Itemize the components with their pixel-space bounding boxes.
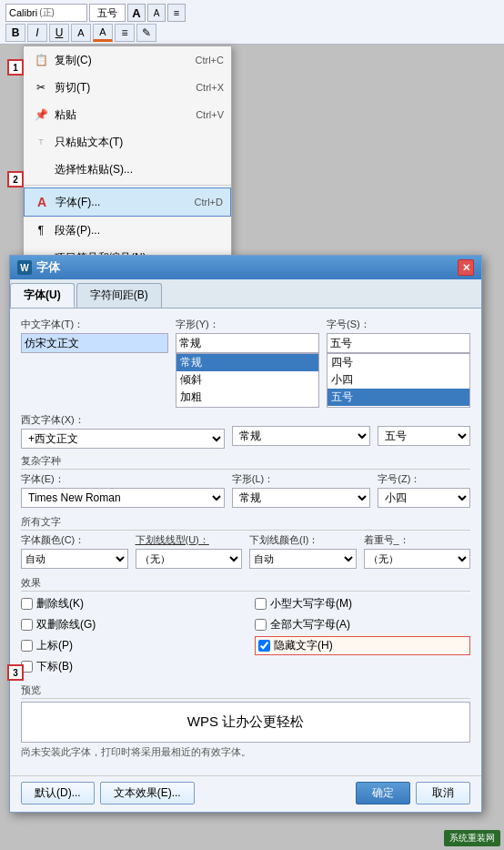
size-list[interactable]: 四号 小四 五号 — [327, 353, 470, 408]
bold-btn[interactable]: B — [5, 24, 25, 42]
menu-font-label: 字体(F)... — [55, 195, 186, 210]
copy-icon: 📋 — [31, 51, 51, 69]
effect-hidden: 隐藏文字(H) — [255, 636, 470, 655]
style-option-bold[interactable]: 加粗 — [176, 389, 318, 406]
west-style-spacer — [232, 413, 371, 424]
underline-color-select[interactable]: 自动 — [249, 549, 357, 569]
superscript-label: 上标(P) — [36, 638, 73, 653]
all-chars-section: 所有文字 字体颜色(C)： 自动 下划线线型(U)： （无） 下划线颜色(I)： — [21, 515, 470, 569]
ok-btn[interactable]: 确定 — [356, 782, 410, 804]
italic-btn[interactable]: I — [27, 24, 47, 42]
hidden-checkbox[interactable] — [258, 640, 270, 652]
west-font-select[interactable]: +西文正文 — [21, 429, 225, 449]
double-strike-checkbox[interactable] — [21, 619, 33, 631]
font-row-2: 西文字体(X)： +西文正文 常规 五号 — [21, 413, 470, 449]
dialog-titlebar: W 字体 ✕ — [10, 256, 481, 279]
font-dialog: W 字体 ✕ 字体(U) 字符间距(B) 中文字体(T)： 字形(Y)： 常规 — [9, 255, 482, 813]
menu-divider-1 — [24, 185, 231, 186]
style-col: 字形(Y)： 常规 倾斜 加粗 — [176, 318, 319, 408]
font-size-box[interactable]: 五号 — [89, 4, 126, 22]
menu-item-cut[interactable]: ✂ 剪切(T) Ctrl+X — [24, 74, 231, 101]
menu-item-paste-text[interactable]: T 只粘贴文本(T) — [24, 128, 231, 156]
menu-paste-label: 粘贴 — [55, 107, 186, 123]
all-caps-label: 全部大写字母(A) — [270, 617, 350, 632]
font-name-box[interactable]: Calibri (正) — [5, 4, 87, 22]
all-chars-label: 所有文字 — [21, 515, 470, 531]
west-size-select[interactable]: 五号 — [378, 426, 470, 446]
menu-item-font[interactable]: A 字体(F)... Ctrl+D — [24, 187, 231, 217]
font-color-btn[interactable]: A — [93, 24, 113, 42]
small-caps-label: 小型大写字母(M) — [270, 596, 352, 612]
menu-item-copy[interactable]: 📋 复制(C) Ctrl+C — [24, 46, 231, 74]
clear-format-btn[interactable]: ✎ — [136, 24, 156, 42]
mixed-font-select[interactable]: Times New Roman — [21, 488, 225, 508]
tab-font[interactable]: 字体(U) — [10, 283, 75, 308]
effect-superscript: 上标(P) — [21, 636, 237, 655]
zh-font-input[interactable] — [21, 333, 168, 353]
dialog-close-btn[interactable]: ✕ — [458, 259, 474, 276]
selective-paste-icon — [31, 160, 51, 178]
strikethrough-checkbox[interactable] — [21, 598, 33, 610]
superscript-checkbox[interactable] — [21, 640, 33, 652]
font-shrink-btn[interactable]: A — [147, 4, 166, 22]
toolbar: Calibri (正) 五号 A A ≡ B I U A A ≡ ✎ — [0, 0, 504, 45]
align-btn[interactable]: ≡ — [115, 24, 135, 42]
effects-label: 效果 — [21, 576, 470, 592]
color-select[interactable]: 自动 — [21, 549, 128, 569]
font-size-label: 五号 — [97, 6, 117, 20]
style-list[interactable]: 常规 倾斜 加粗 — [176, 353, 319, 408]
underline-type-col: 下划线线型(U)： （无） — [136, 533, 243, 569]
preview-section: 预览 WPS 让办公更轻松 尚未安装此字体，打印时将采用最相近的有效字体。 — [21, 683, 470, 759]
size-option-4[interactable]: 四号 — [328, 354, 469, 371]
mixed-style-select[interactable]: 常规 — [232, 488, 371, 508]
mixed-font-col: 字体(E)： Times New Roman — [21, 472, 225, 508]
menu-item-paste[interactable]: 📌 粘贴 Ctrl+V — [24, 101, 231, 128]
cancel-btn[interactable]: 取消 — [416, 782, 470, 804]
badge-2: 2 — [7, 171, 24, 187]
underline-btn[interactable]: U — [49, 24, 69, 42]
mixed-font-label: 字体(E)： — [21, 472, 225, 486]
menu-paragraph-label: 段落(P)... — [55, 223, 224, 238]
style-label: 字形(Y)： — [176, 318, 319, 331]
west-size-spacer — [378, 413, 470, 424]
watermark: 系统重装网 — [444, 830, 500, 846]
color-label: 字体颜色(C)： — [21, 533, 128, 547]
menu-item-paragraph[interactable]: ¶ 段落(P)... — [24, 217, 231, 244]
paste-icon: 📌 — [31, 106, 51, 124]
dialog-title: 字体 — [36, 259, 60, 276]
text-effect-btn[interactable]: 文本效果(E)... — [100, 782, 195, 804]
font-grow-btn[interactable]: A — [127, 4, 146, 22]
style-option-italic[interactable]: 倾斜 — [176, 371, 318, 389]
underline-type-select[interactable]: （无） — [136, 549, 243, 569]
default-btn[interactable]: 默认(D)... — [21, 782, 95, 804]
menu-cut-shortcut: Ctrl+X — [196, 82, 224, 93]
format-btn[interactable]: ≡ — [167, 4, 186, 22]
style-input[interactable] — [176, 333, 319, 353]
dialog-title-icon: W — [17, 260, 32, 275]
size-label: 字号(S)： — [327, 318, 470, 331]
emphasis-select[interactable]: （无） — [364, 549, 471, 569]
menu-cut-label: 剪切(T) — [55, 80, 186, 96]
size-option-small4[interactable]: 小四 — [328, 371, 469, 389]
size-option-5[interactable]: 五号 — [328, 389, 469, 406]
highlight-btn[interactable]: A — [71, 24, 91, 42]
menu-item-selective-paste[interactable]: 选择性粘贴(S)... — [24, 156, 231, 183]
mixed-style-col: 字形(L)： 常规 — [232, 472, 371, 508]
effects-grid: 删除线(K) 小型大写字母(M) 双删除线(G) 全部大写字母(A) — [21, 594, 470, 676]
font-name-type: (正) — [39, 6, 55, 19]
font-name-label: Calibri — [9, 7, 37, 18]
size-input[interactable] — [327, 333, 470, 353]
mixed-size-select[interactable]: 小四 — [378, 488, 470, 508]
west-size-col: 五号 — [378, 413, 470, 449]
effect-small-caps: 小型大写字母(M) — [255, 594, 470, 613]
style-option-regular[interactable]: 常规 — [176, 354, 318, 371]
zh-font-col: 中文字体(T)： — [21, 318, 168, 408]
watermark-label: 系统重装网 — [449, 833, 495, 843]
dialog-footer: 默认(D)... 文本效果(E)... 确定 取消 — [10, 775, 481, 812]
tab-char-spacing[interactable]: 字符间距(B) — [76, 283, 162, 308]
west-style-select[interactable]: 常规 — [232, 426, 371, 446]
mixed-size-col: 字号(Z)： 小四 — [378, 472, 470, 508]
all-caps-checkbox[interactable] — [255, 619, 267, 631]
mixed-section-label: 复杂字种 — [21, 454, 470, 470]
small-caps-checkbox[interactable] — [255, 598, 267, 610]
